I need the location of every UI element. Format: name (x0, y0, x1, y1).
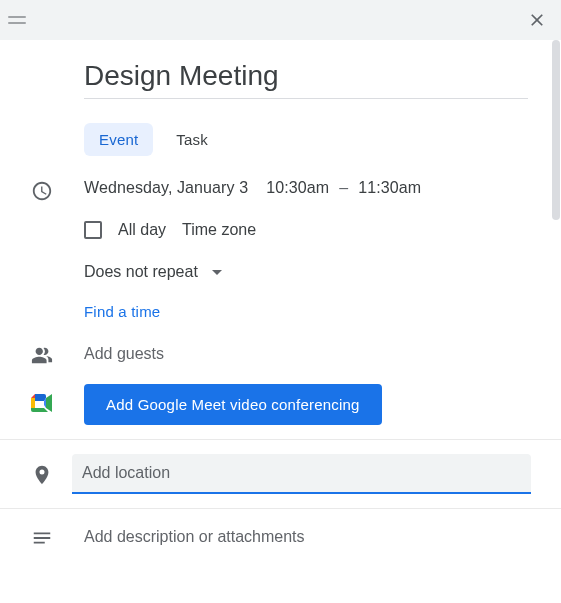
type-tabs: Event Task (0, 99, 561, 178)
notes-icon (31, 527, 53, 549)
timezone-button[interactable]: Time zone (182, 221, 256, 239)
close-button[interactable] (525, 8, 549, 32)
allday-checkbox[interactable] (84, 221, 102, 239)
chevron-down-icon (212, 270, 222, 275)
event-title-input[interactable]: Design Meeting (84, 60, 528, 99)
drag-handle-icon[interactable] (8, 16, 26, 24)
end-time[interactable]: 11:30am (358, 179, 421, 197)
add-guests-field[interactable]: Add guests (84, 345, 164, 362)
event-editor-panel: Design Meeting Event Task Wednesday, Jan… (0, 40, 561, 549)
allday-label[interactable]: All day (118, 221, 166, 239)
recurrence-label: Does not repeat (84, 263, 198, 281)
clock-icon (31, 180, 53, 202)
google-meet-icon (31, 394, 53, 412)
add-meet-button[interactable]: Add Google Meet video conferencing (84, 384, 382, 425)
people-icon (31, 344, 53, 366)
close-icon (527, 10, 547, 30)
scrollbar-thumb[interactable] (552, 40, 560, 220)
tab-event[interactable]: Event (84, 123, 153, 156)
dialog-header (0, 0, 561, 40)
start-time[interactable]: 10:30am (266, 179, 329, 197)
recurrence-dropdown[interactable]: Does not repeat (84, 263, 531, 281)
conferencing-section: Add Google Meet video conferencing (0, 384, 561, 439)
find-a-time-link[interactable]: Find a time (84, 303, 531, 320)
datetime-section: Wednesday, January 3 10:30am – 11:30am A… (0, 178, 561, 342)
add-description-field[interactable]: Add description or attachments (84, 528, 305, 545)
location-section (0, 440, 561, 508)
event-date[interactable]: Wednesday, January 3 (84, 179, 248, 197)
guests-section: Add guests (0, 342, 561, 384)
tab-task[interactable]: Task (161, 123, 223, 156)
location-pin-icon (31, 464, 53, 486)
time-dash: – (339, 179, 348, 197)
location-input[interactable] (72, 454, 531, 494)
description-section: Add description or attachments (0, 509, 561, 549)
